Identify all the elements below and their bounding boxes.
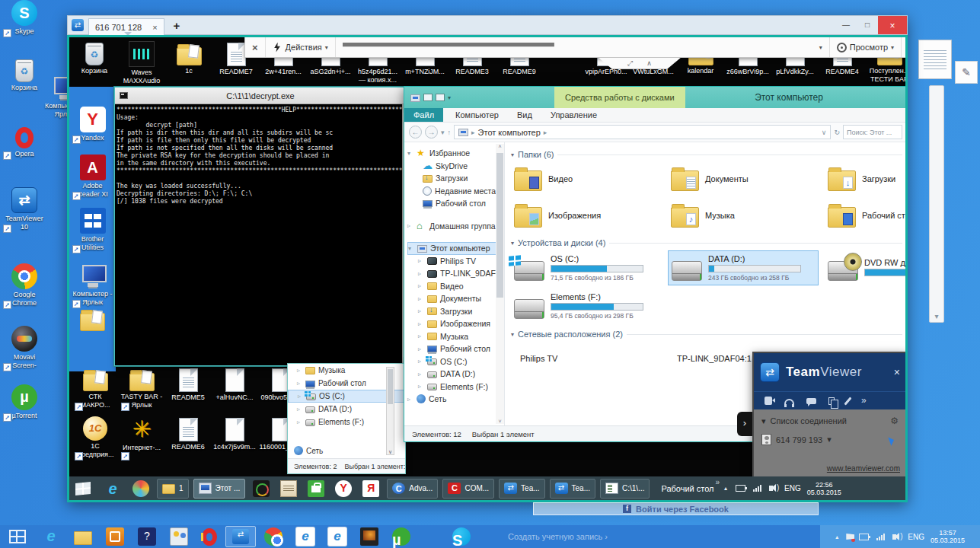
audio-icon[interactable] bbox=[784, 399, 794, 405]
folder-tile[interactable]: Изображения bbox=[511, 199, 662, 232]
back-button[interactable]: ← bbox=[409, 126, 422, 139]
language-indicator[interactable]: ENG bbox=[908, 533, 924, 541]
volume-icon[interactable] bbox=[892, 534, 896, 540]
new-tab-button[interactable]: + bbox=[174, 19, 180, 32]
desktop-icon[interactable]: README5 bbox=[166, 367, 210, 409]
taskbar-advanced-systemcare-button[interactable]: Adva... bbox=[387, 479, 438, 499]
nav-item[interactable]: ▹ Видео bbox=[407, 280, 504, 293]
close-session-button[interactable]: × bbox=[245, 37, 266, 57]
skype-icon[interactable] bbox=[452, 527, 471, 546]
up-button[interactable]: ↑ bbox=[448, 129, 452, 136]
taskbar-comodo-button[interactable]: COM... bbox=[442, 479, 494, 499]
tree-expander-icon[interactable]: ▹ bbox=[297, 367, 302, 374]
nav-scrollbar[interactable]: ˄ ˅ bbox=[496, 144, 504, 424]
internet-explorer-white-icon-2[interactable]: e bbox=[328, 527, 346, 546]
teamviewer-link[interactable]: www.teamviewer.com bbox=[827, 464, 900, 473]
folder-tile[interactable]: Загрузки bbox=[825, 162, 907, 196]
desktop-icon[interactable]: Skype bbox=[2, 0, 47, 36]
desktop-icon[interactable]: 1c4x7j5v9m... bbox=[212, 416, 257, 459]
taskbar-teamviewer-button-2[interactable]: Tea... bbox=[550, 479, 595, 499]
taskbar-clock[interactable]: 22:56 05.03.2015 bbox=[807, 481, 841, 496]
minimize-button[interactable]: — bbox=[835, 16, 857, 34]
desktop-icon[interactable]: TASTY BAR - Ярлык bbox=[120, 367, 164, 409]
nav-homegroup[interactable]: ▹ Домашняя группа bbox=[407, 220, 504, 233]
tree-expander-icon[interactable]: ▹ bbox=[418, 270, 424, 277]
folder-tile[interactable]: Документы bbox=[668, 162, 819, 196]
scrollbar-thumb[interactable] bbox=[496, 153, 503, 298]
drive-tile[interactable]: OS (C:) 71,5 ГБ свободно из 186 ГБ bbox=[511, 250, 662, 285]
store-icon[interactable] bbox=[308, 480, 324, 497]
section-expander-icon[interactable]: ▾ bbox=[761, 416, 766, 426]
gear-icon[interactable]: ⚙ bbox=[890, 416, 899, 426]
folder-tile[interactable]: Музыка bbox=[668, 199, 819, 232]
desktop-toolbar-label[interactable]: Рабочий стол bbox=[661, 484, 713, 493]
ribbon-tab[interactable]: Управление bbox=[541, 108, 606, 122]
cmd-title-bar[interactable]: C:\1\1\decrypt.exe bbox=[115, 88, 411, 104]
taskbar-teamviewer-button[interactable]: Tea... bbox=[499, 479, 544, 499]
desktop-icon[interactable]: Yandex bbox=[71, 107, 115, 142]
desktop-icon[interactable]: 1c bbox=[167, 41, 211, 85]
desktop-icon[interactable]: СТК МАКРО... bbox=[73, 367, 117, 409]
folder-tile[interactable]: Рабочий стол bbox=[825, 199, 907, 232]
maximize-button[interactable]: □ bbox=[857, 16, 878, 34]
nav-item[interactable]: ▹ TP-LINK_9DAF04 bbox=[407, 267, 504, 280]
address-dropdown-icon[interactable]: ∨ bbox=[822, 129, 827, 136]
toolbar-menu-item[interactable]: Просмотр ▾ bbox=[830, 37, 902, 57]
group-expander-icon[interactable]: ▾ bbox=[511, 331, 514, 338]
file-explorer-icon[interactable] bbox=[74, 531, 92, 545]
ribbon-context-tab[interactable]: Средства работы с дисками bbox=[554, 87, 685, 108]
tree-expander-icon[interactable]: ▹ bbox=[418, 358, 424, 365]
desktop-icon[interactable]: µTorrent bbox=[2, 384, 47, 420]
taskbar-clock[interactable]: 13:57 05.03.2015 bbox=[931, 529, 965, 544]
tree-expander-icon[interactable]: ▹ bbox=[407, 396, 413, 403]
yandex-icon[interactable] bbox=[362, 480, 379, 497]
desktop-icon[interactable]: Waves MAXXAudio bbox=[120, 41, 164, 85]
nav-item[interactable]: ▹ Philips TV bbox=[407, 255, 504, 268]
qat-icon[interactable] bbox=[423, 94, 433, 101]
chat-icon[interactable] bbox=[806, 398, 816, 404]
settings-app-icon[interactable] bbox=[170, 527, 188, 546]
tree-expander-icon[interactable]: ▹ bbox=[418, 320, 424, 327]
close-button[interactable]: × bbox=[878, 16, 907, 34]
tree-expander-icon[interactable]: ▹ bbox=[418, 257, 424, 264]
qat-customize-icon[interactable]: ▾ bbox=[448, 94, 451, 101]
connection-entry[interactable]: 614 799 193 ▾ bbox=[754, 429, 906, 450]
desktop-icon[interactable] bbox=[71, 313, 115, 331]
toolbar-menu-item[interactable]: Аудио/Видео ▾ bbox=[902, 37, 908, 57]
tree-expander-icon[interactable]: ▹ bbox=[418, 307, 424, 314]
refresh-icon[interactable]: ↻ bbox=[834, 129, 840, 136]
tree-expander-icon[interactable]: ▹ bbox=[298, 393, 303, 400]
internet-explorer-white-icon[interactable]: e bbox=[296, 527, 314, 546]
nav-item[interactable]: ▹ Elements (F:) bbox=[407, 381, 504, 393]
expand-icon[interactable]: ⤢ bbox=[627, 59, 633, 68]
language-indicator[interactable]: ENG bbox=[784, 484, 801, 492]
nav-item[interactable]: ▹ Загрузки bbox=[407, 305, 504, 318]
ribbon-tab[interactable]: Вид bbox=[508, 108, 541, 122]
tree-expander-icon[interactable]: ▹ bbox=[297, 419, 302, 425]
drive-tile[interactable]: Elements (F:) 95,4 ГБ свободно из 298 ГБ bbox=[511, 288, 662, 323]
nav-favorites-header[interactable]: ▾ Избранное bbox=[407, 147, 504, 160]
desktop-icon[interactable]: Adobe Reader XI bbox=[71, 155, 115, 199]
media-monitor-app-icon[interactable] bbox=[360, 527, 378, 546]
video-icon[interactable] bbox=[765, 397, 772, 405]
panel-collapse-tab[interactable]: › bbox=[737, 412, 752, 436]
tree-expander-icon[interactable]: ▹ bbox=[297, 380, 302, 387]
scroll-down-icon[interactable]: ∨ bbox=[387, 449, 394, 455]
network-location-tile[interactable]: Philips TV bbox=[511, 342, 662, 375]
desktop-icon[interactable]: +alHuvNC... bbox=[212, 367, 257, 409]
session-tab[interactable]: 616 701 128 × bbox=[88, 18, 164, 35]
desktop-icon[interactable]: Компьютер - Ярлык bbox=[71, 263, 115, 307]
nav-item[interactable]: Загрузки bbox=[407, 172, 504, 185]
nav-item[interactable]: ▹ Изображения bbox=[407, 317, 504, 330]
desktop-icon[interactable]: Корзина bbox=[2, 58, 47, 92]
history-dropdown-icon[interactable]: ▾ bbox=[441, 129, 445, 136]
tree-expander-icon[interactable]: ▹ bbox=[418, 282, 424, 289]
ribbon-tab[interactable]: Файл bbox=[404, 108, 443, 122]
nav-item[interactable]: ▹ Рабочий стол bbox=[407, 342, 504, 355]
desktop-icon[interactable]: Интернет-... bbox=[120, 416, 164, 459]
skype-toast-text[interactable]: Создать учетную запись › bbox=[508, 532, 608, 541]
desktop-icon[interactable]: Opera bbox=[2, 125, 47, 158]
opera-icon[interactable] bbox=[202, 528, 217, 546]
network-signal-icon[interactable] bbox=[753, 485, 761, 492]
utorrent-icon[interactable] bbox=[392, 527, 410, 546]
